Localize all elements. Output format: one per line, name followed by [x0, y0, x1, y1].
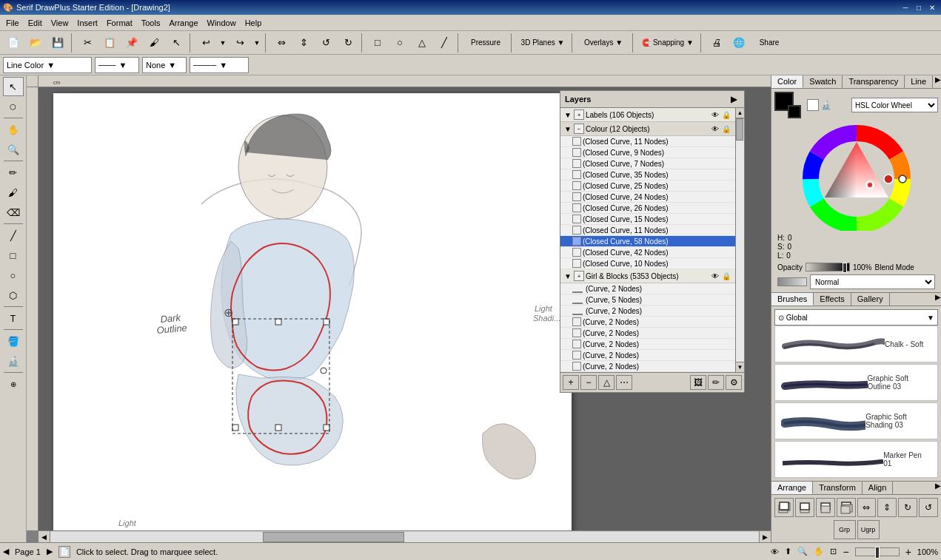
tab-swatch[interactable]: Swatch — [803, 75, 843, 88]
layer-item[interactable]: (Closed Curve, 25 Nodes) — [560, 181, 735, 192]
ellipse-tool[interactable]: ○ — [3, 266, 24, 285]
new-button[interactable]: 📄 — [3, 33, 24, 53]
redo-dropdown[interactable]: ▼ — [252, 33, 262, 53]
search-button[interactable]: 🔍 — [797, 547, 808, 556]
nav-prev-page[interactable]: ◀ — [3, 547, 9, 556]
square-button[interactable]: □ — [367, 33, 388, 53]
flip-h-button[interactable]: ⇔ — [271, 33, 292, 53]
color-wheel-type-select[interactable]: HSL Color Wheel RGB Color Wheel CMYK — [851, 98, 938, 112]
layer-colour-expand[interactable]: ▼ — [563, 125, 572, 133]
eraser-tool[interactable]: ⌫ — [3, 203, 24, 222]
line-color-dropdown[interactable]: Line Color ▼ — [3, 57, 92, 73]
tab-line[interactable]: Line — [905, 75, 933, 88]
layer-item[interactable]: (Closed Curve, 11 Nodes) — [560, 225, 735, 236]
layer-item[interactable]: (Closed Curve, 7 Nodes) — [560, 158, 735, 169]
horizontal-scrollbar[interactable]: ◀ ▶ — [38, 530, 771, 542]
layer-item[interactable]: (Closed Curve, 24 Nodes) — [560, 192, 735, 203]
polygon-tool[interactable]: ⬡ — [3, 286, 24, 305]
opacity-handle[interactable] — [843, 263, 847, 273]
color-wheel-area[interactable] — [783, 121, 931, 232]
layer-item[interactable]: (Curve, 5 Nodes) — [560, 294, 735, 306]
format-painter-button[interactable]: 🖌 — [144, 33, 164, 53]
layer-girlblocks-visibility[interactable]: 👁 — [711, 272, 719, 280]
layer-item[interactable]: (Curve, 2 Nodes) — [560, 317, 735, 328]
layer-item[interactable]: (Closed Curve, 35 Nodes) — [560, 169, 735, 181]
send-to-back-button[interactable] — [837, 498, 856, 517]
rotate-cw-button[interactable]: ↻ — [898, 498, 917, 517]
bring-to-front-button[interactable] — [774, 498, 794, 517]
none-dropdown[interactable]: None ▼ — [142, 57, 187, 73]
menu-help[interactable]: Help — [241, 17, 267, 29]
tab-arrange[interactable]: Arrange — [771, 482, 813, 494]
brushes-panel-expand[interactable]: ▶ — [935, 293, 941, 306]
visibility-toggle[interactable]: 👁 — [771, 547, 779, 556]
undo-button[interactable]: ↩ — [195, 33, 216, 53]
layer-merge-button[interactable]: △ — [598, 375, 615, 390]
brush-item-chalk[interactable]: Chalk - Soft — [774, 325, 938, 362]
minimize-button[interactable]: ─ — [900, 2, 911, 13]
add-page-button[interactable]: 📄 — [58, 546, 70, 558]
swap-colors-icon[interactable] — [834, 99, 845, 111]
pointer-tool-button[interactable]: ↖ — [166, 33, 187, 53]
layer-item[interactable]: (Curve, 2 Nodes) — [560, 339, 735, 350]
pan-status-button[interactable]: ✋ — [814, 547, 824, 556]
cut-button[interactable]: ✂ — [77, 33, 98, 53]
scroll-left-button[interactable]: ◀ — [38, 531, 50, 543]
brush-item-graphic-shading[interactable]: Graphic Soft Shading 03 — [774, 402, 938, 439]
layer-item[interactable]: (Closed Curve, 42 Nodes) — [560, 247, 735, 258]
scroll-track[interactable] — [50, 532, 759, 542]
tab-color[interactable]: Color — [771, 75, 803, 88]
flip-v-button[interactable]: ⇕ — [293, 33, 314, 53]
line-width-dropdown[interactable]: ──── ▼ — [190, 57, 249, 73]
undo-dropdown[interactable]: ▼ — [218, 33, 228, 53]
tab-transparency[interactable]: Transparency — [843, 75, 905, 88]
pressure-button[interactable]: Pressure — [463, 33, 508, 53]
layer-colour-lock[interactable]: 🔒 — [720, 125, 732, 133]
eyedropper-tool[interactable]: 🔬 — [3, 351, 24, 371]
rotate-l-button[interactable]: ↺ — [315, 33, 336, 53]
layer-item[interactable]: (Closed Curve, 10 Nodes) — [560, 258, 735, 269]
layer-item[interactable]: (Closed Curve, 26 Nodes) — [560, 203, 735, 214]
layer-item[interactable]: (Curve, 2 Nodes) — [560, 350, 735, 361]
zoom-thumb[interactable] — [875, 547, 880, 559]
group-button[interactable]: Grp — [834, 520, 856, 539]
arrange-panel-expand[interactable]: ▶ — [935, 482, 941, 494]
layer-item[interactable]: (Closed Curve, 11 Nodes) — [560, 136, 735, 147]
close-button[interactable]: ✕ — [926, 2, 938, 13]
restore-button[interactable]: □ — [913, 2, 925, 13]
layer-settings-button[interactable]: ⚙ — [726, 375, 742, 390]
layer-edit-button[interactable]: ✏ — [708, 375, 724, 390]
scroll-thumb[interactable] — [263, 532, 404, 542]
pencil-tool[interactable]: ✏ — [3, 163, 24, 182]
line-style-dropdown[interactable]: ─── ▼ — [95, 57, 139, 73]
line-tool[interactable]: ╱ — [3, 226, 24, 245]
add-layer-button[interactable]: + — [563, 375, 579, 390]
layers-expand-button[interactable]: ▶ — [728, 93, 740, 105]
layer-girlblocks-expand[interactable]: ▼ — [563, 272, 572, 280]
layer-item[interactable]: (Curve, 2 Nodes) — [560, 283, 735, 294]
share-button[interactable]: Share — [751, 33, 788, 53]
text-tool[interactable]: T — [3, 308, 24, 328]
fill-tool[interactable]: 🪣 — [3, 331, 24, 351]
layer-group-girlblocks[interactable]: ▼ + Girl & Blocks (5353 Objects) 👁 🔒 — [560, 269, 735, 283]
menu-tools[interactable]: Tools — [137, 17, 165, 29]
node-tool[interactable]: ⬡ — [3, 97, 24, 116]
menu-insert[interactable]: Insert — [73, 17, 102, 29]
scroll-right-button[interactable]: ▶ — [759, 531, 771, 543]
3dplanes-button[interactable]: 3D Planes ▼ — [517, 33, 569, 53]
menu-file[interactable]: File — [1, 17, 24, 29]
pan-tool[interactable]: ✋ — [3, 120, 24, 139]
rotate-r-button[interactable]: ↻ — [338, 33, 358, 53]
menu-format[interactable]: Format — [102, 17, 137, 29]
menu-arrange[interactable]: Arrange — [164, 17, 202, 29]
brush-tool[interactable]: 🖌 — [3, 183, 24, 202]
paste-button[interactable]: 📌 — [121, 33, 142, 53]
tab-transform[interactable]: Transform — [813, 482, 863, 494]
open-button[interactable]: 📂 — [25, 33, 46, 53]
layer-visibility-icon[interactable]: 👁 — [711, 111, 719, 119]
ellipse-button[interactable]: ○ — [389, 33, 410, 53]
layer-group-expand[interactable]: ▼ — [563, 111, 572, 119]
line-button[interactable]: ╱ — [434, 33, 455, 53]
overlays-button[interactable]: Overlays ▼ — [577, 33, 629, 53]
brush-item-graphic-outline[interactable]: Graphic Soft Outline 03 — [774, 364, 938, 401]
